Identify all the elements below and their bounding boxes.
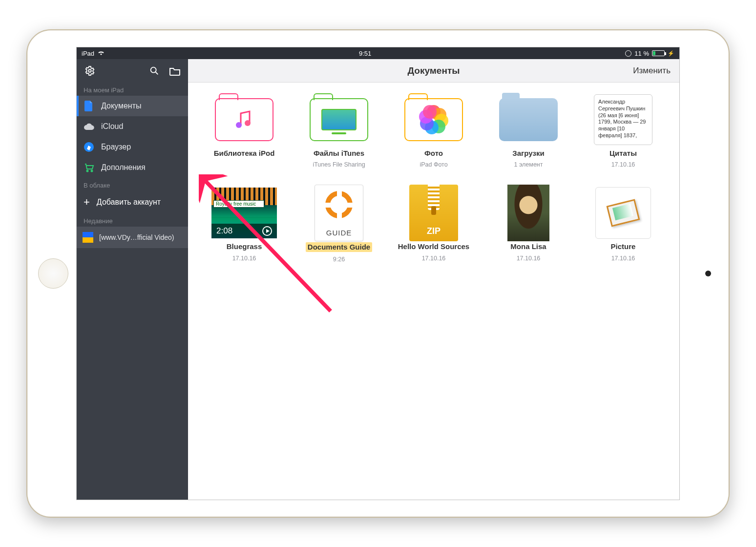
tile-title: Фото <box>424 149 443 157</box>
tile-title: Загрузки <box>512 149 544 157</box>
sidebar-item-label: Документы <box>101 102 141 110</box>
file-icon <box>83 232 93 243</box>
tile-itunes-files[interactable]: Файлы iTunes iTunes File Sharing <box>297 94 380 168</box>
tile-title: Bluegrass <box>227 242 262 251</box>
tile-subtitle: 17.10.16 <box>611 161 635 168</box>
plus-icon: + <box>84 196 90 209</box>
image-thumbnail <box>507 185 549 241</box>
document-icon <box>84 101 94 111</box>
tile-title: Picture <box>611 242 636 251</box>
settings-button[interactable] <box>83 63 97 78</box>
svg-point-1 <box>151 67 156 73</box>
sidebar-item-label: Дополнения <box>101 163 146 172</box>
sidebar: На моем iPad Документы iCloud <box>77 59 188 500</box>
folder-icon <box>499 98 558 141</box>
section-recent: Недавние <box>77 213 188 227</box>
tile-downloads[interactable]: Загрузки 1 элемент <box>487 94 570 168</box>
sidebar-item-label: iCloud <box>101 122 123 131</box>
tile-mona-lisa[interactable]: Mona Lisa 17.10.16 <box>487 188 570 262</box>
svg-point-4 <box>91 170 93 172</box>
screen: iPad 9:51 11 % ⚡ <box>76 47 680 500</box>
sidebar-item-icloud[interactable]: iCloud <box>77 116 188 137</box>
sidebar-item-browser[interactable]: Браузер <box>77 137 188 157</box>
tile-quotes[interactable]: Александр Сергеевич Пушкин (26 мая [6 ию… <box>582 94 665 168</box>
zip-icon: ZIP <box>409 185 458 241</box>
add-account-button[interactable]: + Добавить аккаунт <box>77 191 188 213</box>
battery-icon <box>652 50 665 56</box>
sidebar-toolbar <box>77 59 188 83</box>
image-document-icon <box>595 187 651 239</box>
recent-item[interactable]: [www.VDy…fficial Video) <box>77 227 188 248</box>
svg-point-6 <box>245 120 251 126</box>
section-cloud: В облаке <box>77 178 188 191</box>
video-duration: 2:08 <box>216 226 232 236</box>
sidebar-item-addons[interactable]: Дополнения <box>77 157 188 178</box>
wifi-icon <box>97 50 105 57</box>
charging-icon: ⚡ <box>668 50 674 57</box>
tile-subtitle: 1 элемент <box>514 161 543 168</box>
device-label: iPad <box>82 50 94 57</box>
guide-icon: GUIDE <box>315 185 363 241</box>
tile-ipod-library[interactable]: Библиотека iPod <box>203 94 286 168</box>
play-icon <box>262 226 272 236</box>
ipad-frame: iPad 9:51 11 % ⚡ <box>26 29 730 518</box>
svg-point-0 <box>88 69 91 72</box>
edit-button[interactable]: Изменить <box>633 66 671 76</box>
add-account-label: Добавить аккаунт <box>97 198 161 207</box>
tile-subtitle: 9:26 <box>333 256 345 263</box>
tile-title: Hello World Sources <box>398 242 469 251</box>
page-title: Документы <box>408 65 460 76</box>
main-header: Документы Изменить <box>188 59 679 83</box>
folder-button[interactable] <box>168 63 182 78</box>
video-thumbnail: Royalty free music 2:08 <box>211 188 277 238</box>
guide-label: GUIDE <box>326 229 352 237</box>
svg-point-5 <box>236 122 242 128</box>
tile-title: Documents Guide <box>306 242 372 252</box>
text-document-icon: Александр Сергеевич Пушкин (26 мая [6 ию… <box>594 94 652 145</box>
tile-picture[interactable]: Picture 17.10.16 <box>582 188 665 262</box>
zip-label: ZIP <box>427 226 441 236</box>
svg-point-3 <box>87 170 88 172</box>
orientation-lock-icon <box>625 50 631 57</box>
clock: 9:51 <box>359 50 371 57</box>
tile-subtitle: 17.10.16 <box>517 255 541 262</box>
tile-subtitle: 17.10.16 <box>232 255 256 262</box>
main-pane: Документы Изменить Библиотека iPod Ф <box>188 59 679 500</box>
tile-title: Файлы iTunes <box>314 149 364 157</box>
tile-subtitle: iPad Фото <box>420 161 447 168</box>
files-grid: Библиотека iPod Файлы iTunes iTunes File… <box>188 83 679 274</box>
tile-photos[interactable]: Фото iPad Фото <box>392 94 475 168</box>
tile-title: Цитаты <box>609 149 637 157</box>
section-my-ipad: На моем iPad <box>77 83 188 96</box>
photos-icon <box>420 106 447 133</box>
home-button[interactable] <box>38 258 68 289</box>
thumb-caption: Royalty free music <box>213 200 264 208</box>
display-icon <box>321 109 357 130</box>
tile-hello-world-sources[interactable]: ZIP Hello World Sources 17.10.16 <box>392 188 475 262</box>
sidebar-item-label: Браузер <box>101 143 131 151</box>
battery-pct: 11 % <box>634 50 649 57</box>
tile-subtitle: iTunes File Sharing <box>313 161 365 168</box>
tile-subtitle: 17.10.16 <box>611 255 635 262</box>
status-bar: iPad 9:51 11 % ⚡ <box>77 47 679 59</box>
compass-icon <box>84 142 94 152</box>
front-camera <box>705 271 711 276</box>
tile-bluegrass[interactable]: Royalty free music 2:08 Bluegrass 17.10.… <box>203 188 286 262</box>
search-button[interactable] <box>147 63 162 78</box>
tile-subtitle: 17.10.16 <box>422 255 446 262</box>
sidebar-item-documents[interactable]: Документы <box>77 96 188 116</box>
recent-item-label: [www.VDy…fficial Video) <box>99 233 174 241</box>
tile-documents-guide[interactable]: GUIDE Documents Guide 9:26 <box>297 188 380 262</box>
cart-icon <box>84 162 94 173</box>
cloud-icon <box>84 121 94 132</box>
tile-title: Mona Lisa <box>510 242 546 251</box>
tile-title: Библиотека iPod <box>214 149 275 157</box>
